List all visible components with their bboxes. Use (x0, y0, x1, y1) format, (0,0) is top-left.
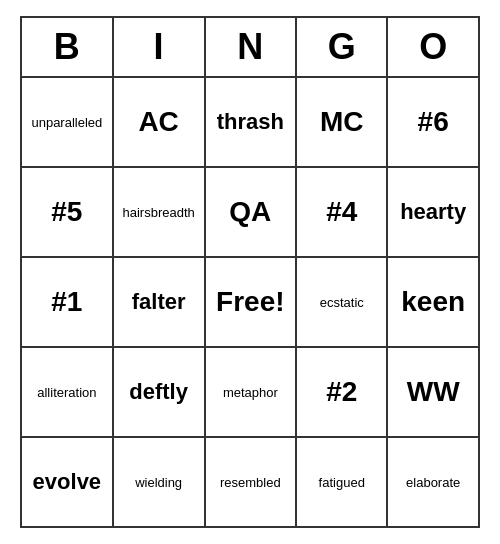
cell-text-3-3: #2 (326, 376, 357, 407)
bingo-cell-3-2: metaphor (205, 347, 297, 437)
bingo-card: BINGO unparalleledACthrashMC#6#5hairsbre… (20, 16, 480, 528)
cell-text-3-0: alliteration (37, 385, 96, 400)
bingo-row-4: evolvewieldingresembledfatiguedelaborate (21, 437, 479, 527)
bingo-cell-4-1: wielding (113, 437, 205, 527)
bingo-row-1: #5hairsbreadthQA#4hearty (21, 167, 479, 257)
cell-text-2-0: #1 (51, 286, 82, 317)
cell-text-0-4: #6 (418, 106, 449, 137)
bingo-cell-0-3: MC (296, 77, 387, 167)
bingo-cell-2-3: ecstatic (296, 257, 387, 347)
bingo-cell-0-4: #6 (387, 77, 479, 167)
bingo-cell-1-4: hearty (387, 167, 479, 257)
bingo-cell-1-0: #5 (21, 167, 113, 257)
header-letter-g: G (296, 17, 387, 77)
bingo-row-2: #1falterFree!ecstatickeen (21, 257, 479, 347)
cell-text-0-3: MC (320, 106, 364, 137)
bingo-cell-4-2: resembled (205, 437, 297, 527)
cell-text-1-4: hearty (400, 199, 466, 224)
bingo-row-0: unparalleledACthrashMC#6 (21, 77, 479, 167)
cell-text-3-4: WW (407, 376, 460, 407)
header-letter-o: O (387, 17, 479, 77)
cell-text-2-1: falter (132, 289, 186, 314)
cell-text-3-1: deftly (129, 379, 188, 404)
cell-text-1-1: hairsbreadth (122, 205, 194, 220)
bingo-cell-3-3: #2 (296, 347, 387, 437)
bingo-cell-4-0: evolve (21, 437, 113, 527)
cell-text-0-0: unparalleled (31, 115, 102, 130)
cell-text-1-3: #4 (326, 196, 357, 227)
header-letter-i: I (113, 17, 205, 77)
cell-text-4-4: elaborate (406, 475, 460, 490)
bingo-cell-3-1: deftly (113, 347, 205, 437)
bingo-cell-1-1: hairsbreadth (113, 167, 205, 257)
cell-text-1-0: #5 (51, 196, 82, 227)
bingo-header-row: BINGO (21, 17, 479, 77)
bingo-cell-1-2: QA (205, 167, 297, 257)
bingo-cell-0-1: AC (113, 77, 205, 167)
bingo-cell-4-3: fatigued (296, 437, 387, 527)
bingo-cell-3-0: alliteration (21, 347, 113, 437)
cell-text-3-2: metaphor (223, 385, 278, 400)
cell-text-2-3: ecstatic (320, 295, 364, 310)
bingo-cell-2-0: #1 (21, 257, 113, 347)
bingo-cell-3-4: WW (387, 347, 479, 437)
cell-text-4-3: fatigued (319, 475, 365, 490)
bingo-cell-2-4: keen (387, 257, 479, 347)
cell-text-1-2: QA (229, 196, 271, 227)
bingo-cell-2-2: Free! (205, 257, 297, 347)
cell-text-2-4: keen (401, 286, 465, 317)
bingo-row-3: alliterationdeftlymetaphor#2WW (21, 347, 479, 437)
bingo-cell-1-3: #4 (296, 167, 387, 257)
bingo-cell-4-4: elaborate (387, 437, 479, 527)
cell-text-4-1: wielding (135, 475, 182, 490)
bingo-cell-2-1: falter (113, 257, 205, 347)
bingo-cell-0-2: thrash (205, 77, 297, 167)
cell-text-4-0: evolve (33, 469, 102, 494)
bingo-cell-0-0: unparalleled (21, 77, 113, 167)
header-letter-b: B (21, 17, 113, 77)
cell-text-0-2: thrash (217, 109, 284, 134)
cell-text-0-1: AC (138, 106, 178, 137)
header-letter-n: N (205, 17, 297, 77)
cell-text-4-2: resembled (220, 475, 281, 490)
cell-text-2-2: Free! (216, 286, 284, 317)
